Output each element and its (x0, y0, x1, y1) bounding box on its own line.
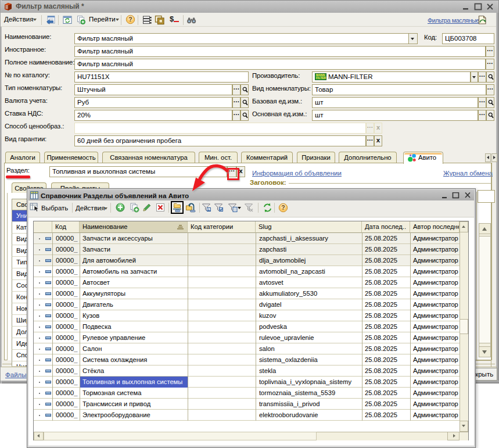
svg-text:?: ? (128, 16, 132, 23)
svg-text:?: ? (281, 204, 285, 211)
